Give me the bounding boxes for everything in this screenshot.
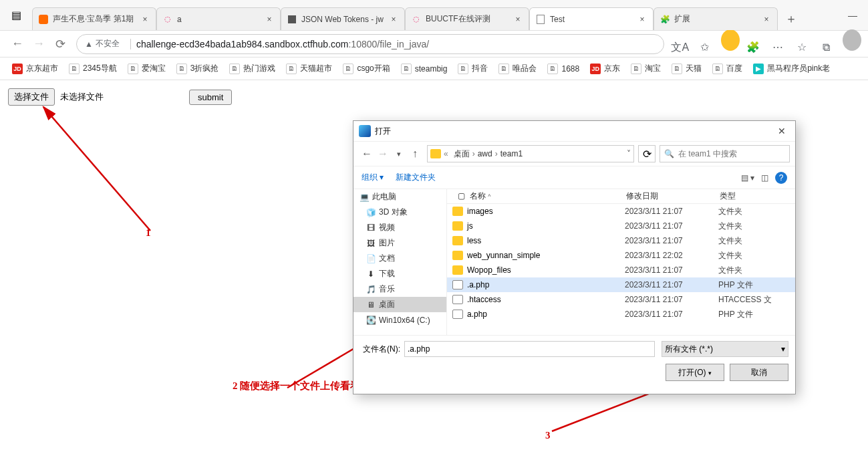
bookmark-14[interactable]: 🗎百度 <box>707 60 748 78</box>
file-list: ▢名称 ^ 修改日期 类型 images2023/3/11 21:07文件夹js… <box>447 189 795 335</box>
new-folder-button[interactable]: 新建文件夹 <box>396 172 436 183</box>
dialog-recent-button[interactable]: ▾ <box>391 150 407 158</box>
tree-item[interactable]: 📄文档 <box>353 251 446 266</box>
favorites-icon[interactable]: ☆ <box>791 36 813 57</box>
tree-item[interactable]: 🎵音乐 <box>353 281 446 297</box>
tree-item[interactable]: 💽Win10x64 (C:) <box>353 312 446 328</box>
file-row[interactable]: web_yunnan_simple2023/3/11 22:02文件夹 <box>447 248 795 263</box>
bookmark-7[interactable]: 🗎steambig <box>396 60 453 78</box>
file-type-filter[interactable]: 所有文件 (*.*)▾ <box>662 341 788 357</box>
file-row[interactable]: less2023/3/11 21:07文件夹 <box>447 233 795 248</box>
tree-item[interactable]: 🎞视频 <box>353 220 446 235</box>
file-row[interactable]: .a.php2023/3/11 21:07PHP 文件 <box>447 277 795 292</box>
reload-button[interactable]: ⟳ <box>49 33 71 55</box>
tab-close-button[interactable]: × <box>140 15 150 24</box>
tab-close-button[interactable]: × <box>761 15 772 24</box>
tab-close-button[interactable]: × <box>264 15 275 24</box>
file-type: 文件夹 <box>718 250 795 261</box>
bookmark-6[interactable]: 🗎csgo开箱 <box>337 60 395 78</box>
dialog-search-input[interactable]: 🔍 在 team1 中搜索 <box>660 145 790 162</box>
tree-label: 此电脑 <box>372 191 396 203</box>
file-name: js <box>467 221 625 231</box>
bookmark-12[interactable]: 🗎淘宝 <box>625 60 666 78</box>
bookmark-icon: 🗎 <box>458 64 468 74</box>
file-type: 文件夹 <box>718 221 795 232</box>
bookmark-13[interactable]: 🗎天猫 <box>666 60 707 78</box>
back-button[interactable]: ← <box>7 33 28 55</box>
bookmark-3[interactable]: 🗎3折疯抢 <box>171 60 225 78</box>
tab-favicon <box>535 14 546 25</box>
dialog-refresh-button[interactable]: ⟳ <box>638 145 656 162</box>
tree-icon: 🎵 <box>366 285 376 294</box>
bookmark-icon: JD <box>12 64 23 74</box>
url-field[interactable]: ▲ 不安全 challenge-ecd3e4bada1ab984.sandbox… <box>76 34 664 54</box>
bookmark-11[interactable]: JD京东 <box>585 60 625 78</box>
tree-item[interactable]: 🖥桌面 <box>353 297 446 312</box>
menu-icon[interactable]: ⋯ <box>767 36 788 57</box>
avatar[interactable] <box>718 29 740 51</box>
profile-icon[interactable] <box>840 29 861 51</box>
file-type: 文件夹 <box>718 265 795 276</box>
tab-favicon: ◌ <box>411 14 422 25</box>
file-row[interactable]: js2023/3/11 21:07文件夹 <box>447 219 795 233</box>
bookmark-icon: JD <box>590 64 601 74</box>
tree-item[interactable]: 🧊3D 对象 <box>353 205 446 220</box>
tree-item[interactable]: ⬇下载 <box>353 266 446 281</box>
tab-close-button[interactable]: × <box>513 15 523 24</box>
bookmark-0[interactable]: JD京东超市 <box>7 60 63 78</box>
tree-item[interactable]: 💻此电脑 <box>353 189 446 205</box>
file-row[interactable]: a.php2023/3/11 21:07PHP 文件 <box>447 307 795 322</box>
tab-5[interactable]: 🧩扩展× <box>654 7 778 30</box>
new-tab-button[interactable]: ＋ <box>782 9 801 28</box>
tab-0[interactable]: 声生不息·宝岛季 第1期× <box>32 7 156 30</box>
view-button[interactable]: ▤ ▾ <box>741 173 754 183</box>
tab-4[interactable]: Test× <box>529 7 654 30</box>
dialog-back-button[interactable]: ← <box>359 148 375 160</box>
preview-pane-button[interactable]: ◫ <box>761 173 768 183</box>
open-button[interactable]: 打开(O) ▾ <box>666 364 724 381</box>
file-row[interactable]: Wopop_files2023/3/11 21:07文件夹 <box>447 263 795 277</box>
file-row[interactable]: images2023/3/11 21:07文件夹 <box>447 204 795 219</box>
file-row[interactable]: .htaccess2023/3/11 21:07HTACCESS 文 <box>447 292 795 307</box>
dialog-up-button[interactable]: ↑ <box>407 148 423 160</box>
help-button[interactable]: ? <box>775 172 787 184</box>
choose-file-button[interactable]: 选择文件 <box>8 88 55 106</box>
tab-2[interactable]: JSON Web Tokens - jw× <box>281 7 405 30</box>
cancel-button[interactable]: 取消 <box>730 364 788 381</box>
translate-icon[interactable]: 文A <box>670 37 691 58</box>
search-placeholder: 在 team1 中搜索 <box>678 148 737 160</box>
submit-button[interactable]: submit <box>189 90 232 105</box>
minimize-button[interactable]: — <box>837 0 868 30</box>
tree-icon: 🧊 <box>366 208 376 217</box>
bookmark-2[interactable]: 🗎爱淘宝 <box>122 60 171 78</box>
tab-list-button[interactable]: ▤ <box>0 0 32 30</box>
bookmark-label: 1688 <box>561 64 579 74</box>
bookmark-15[interactable]: ▶黑马程序员pink老 <box>748 60 835 78</box>
extensions-icon[interactable]: 🧩 <box>742 36 764 57</box>
list-header[interactable]: ▢名称 ^ 修改日期 类型 <box>447 189 795 204</box>
filename-input[interactable] <box>404 341 655 357</box>
tab-close-button[interactable]: × <box>637 15 647 24</box>
favorite-icon[interactable]: ✩ <box>694 36 715 57</box>
breadcrumb[interactable]: « 桌面› awd› team1 ˅ <box>427 145 634 162</box>
tab-favicon: 🧩 <box>660 14 670 25</box>
dialog-forward-button[interactable]: → <box>375 148 391 160</box>
dialog-close-button[interactable]: ✕ <box>774 126 790 136</box>
forward-button[interactable]: → <box>28 33 49 55</box>
bookmark-4[interactable]: 🗎热门游戏 <box>224 60 281 78</box>
tab-close-button[interactable]: × <box>388 15 399 24</box>
bookmark-1[interactable]: 🗎2345导航 <box>63 60 122 78</box>
bookmark-5[interactable]: 🗎天猫超市 <box>281 60 337 78</box>
tab-3[interactable]: ◌BUUCTF在线评测× <box>405 7 529 30</box>
bookmark-icon: 🗎 <box>672 64 682 74</box>
bookmark-8[interactable]: 🗎抖音 <box>452 60 493 78</box>
organize-button[interactable]: 组织 ▾ <box>361 172 384 183</box>
tree-item[interactable]: 🖼图片 <box>353 235 446 251</box>
tab-1[interactable]: ◌a× <box>156 7 281 30</box>
site-security-icon[interactable]: ▲ 不安全 <box>85 38 120 49</box>
folder-tree[interactable]: 💻此电脑🧊3D 对象🎞视频🖼图片📄文档⬇下载🎵音乐🖥桌面💽Win10x64 (C… <box>353 189 447 335</box>
bookmark-9[interactable]: 🗎唯品会 <box>493 60 542 78</box>
collections-icon[interactable]: ⧉ <box>816 37 837 58</box>
bookmark-10[interactable]: 🗎1688 <box>542 60 585 78</box>
folder-icon <box>452 236 463 245</box>
